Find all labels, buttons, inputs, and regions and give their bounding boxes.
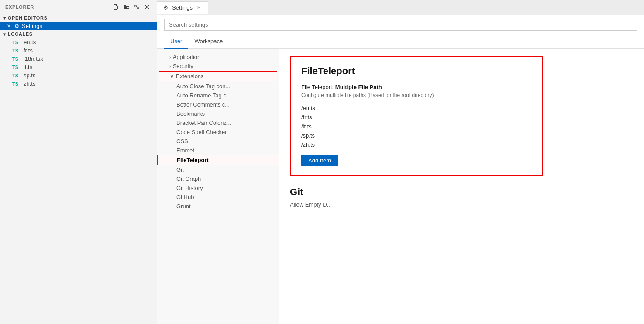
- close-icon[interactable]: ✕: [7, 23, 11, 29]
- nav-label: FileTeleport: [177, 157, 209, 163]
- tab-bar: ⚙ Settings ✕: [157, 0, 644, 15]
- nav-label: GitHub: [176, 194, 194, 200]
- nav-label: Git: [176, 166, 184, 173]
- collapse-all-icon[interactable]: [132, 3, 141, 11]
- settings-tab-icon: ⚙: [163, 4, 169, 11]
- ts-badge: TS: [12, 56, 21, 62]
- nav-label: Auto Close Tag con...: [176, 83, 230, 90]
- path-item-1: /fr.ts: [301, 113, 532, 122]
- nav-item-fileteleport[interactable]: FileTeleport: [157, 155, 279, 165]
- open-editors-section[interactable]: ▾ OPEN EDITORS: [0, 14, 157, 22]
- settings-content: User Workspace › Application › Security: [157, 15, 644, 324]
- path-item-4: /zh.ts: [301, 140, 532, 149]
- fileteleport-box: FileTeleport File Teleport: Multiple Fil…: [290, 56, 543, 176]
- settings-tab-close[interactable]: ✕: [196, 4, 202, 11]
- nav-item-bracket-pair[interactable]: Bracket Pair Coloriz...: [157, 118, 279, 128]
- chevron-right-icon: ›: [169, 55, 171, 60]
- nav-label: Auto Rename Tag c...: [176, 92, 231, 99]
- tab-user-label: User: [170, 38, 182, 45]
- path-list: /en.ts /fr.ts /it.ts /sp.ts /zh.ts: [301, 103, 532, 149]
- settings-tab[interactable]: ⚙ Settings ✕: [157, 1, 208, 14]
- file-item-en[interactable]: TS en.ts: [0, 38, 157, 46]
- nav-item-git-history[interactable]: Git History: [157, 183, 279, 193]
- fileteleport-setting-label: File Teleport: Multiple File Path: [301, 84, 532, 90]
- sidebar-header: EXPLORER: [0, 0, 157, 14]
- settings-tab-label: Settings: [172, 4, 193, 11]
- git-setting-label: Allow Empty D...: [290, 201, 634, 208]
- nav-item-code-spell[interactable]: Code Spell Checker: [157, 128, 279, 137]
- nav-item-css[interactable]: CSS: [157, 137, 279, 146]
- file-item-zh[interactable]: TS zh.ts: [0, 79, 157, 88]
- nav-item-github[interactable]: GitHub: [157, 193, 279, 202]
- file-name: fr.ts: [24, 47, 33, 54]
- tab-workspace-label: Workspace: [194, 38, 223, 45]
- chevron-down-icon: ∨: [170, 73, 174, 79]
- git-section: Git Allow Empty D...: [290, 186, 634, 208]
- settings-body: › Application › Security ∨ Extensions Au…: [157, 49, 644, 324]
- sidebar: EXPLORER ▾ OPEN EDITORS ✕ ⚙ Settings ▾ L…: [0, 0, 157, 324]
- ts-badge: TS: [12, 73, 21, 78]
- nav-item-git[interactable]: Git: [157, 165, 279, 174]
- file-item-sp[interactable]: TS sp.ts: [0, 71, 157, 79]
- nav-label: Better Comments c...: [176, 101, 230, 108]
- ts-badge: TS: [12, 65, 21, 70]
- nav-label: Git History: [176, 185, 203, 191]
- nav-item-git-graph[interactable]: Git Graph: [157, 174, 279, 183]
- nav-label: Grunt: [176, 203, 191, 210]
- tab-workspace[interactable]: Workspace: [188, 34, 229, 49]
- tab-user[interactable]: User: [164, 34, 188, 49]
- nav-label: CSS: [176, 138, 188, 145]
- nav-label: Security: [173, 63, 193, 69]
- fileteleport-title: FileTeleport: [301, 65, 532, 77]
- file-item-i18n[interactable]: TS i18n.tsx: [0, 55, 157, 63]
- path-item-3: /sp.ts: [301, 131, 532, 140]
- settings-tabs: User Workspace: [157, 34, 644, 49]
- locales-file-list: TS en.ts TS fr.ts TS i18n.tsx TS it.ts T…: [0, 38, 157, 88]
- nav-item-extensions[interactable]: ∨ Extensions: [159, 71, 277, 81]
- nav-item-security[interactable]: › Security: [157, 62, 279, 71]
- fileteleport-description: Configure multiple file paths (Based on …: [301, 92, 532, 98]
- nav-label: Bracket Pair Coloriz...: [176, 120, 231, 126]
- close-all-icon[interactable]: [143, 3, 152, 11]
- new-folder-icon[interactable]: [122, 3, 131, 11]
- file-name: zh.ts: [24, 80, 35, 87]
- nav-item-application[interactable]: › Application: [157, 52, 279, 62]
- nav-item-auto-rename-tag[interactable]: Auto Rename Tag c...: [157, 91, 279, 100]
- nav-label: Extensions: [176, 73, 204, 79]
- file-name: sp.ts: [24, 72, 35, 79]
- explorer-title: EXPLORER: [5, 4, 34, 10]
- path-item-2: /it.ts: [301, 122, 532, 131]
- setting-label-text: File Teleport:: [301, 84, 335, 90]
- git-section-title: Git: [290, 186, 543, 198]
- nav-label: Application: [173, 54, 201, 60]
- nav-item-better-comments[interactable]: Better Comments c...: [157, 100, 279, 109]
- nav-item-emmet[interactable]: Emmet: [157, 146, 279, 155]
- search-input[interactable]: [164, 19, 637, 31]
- file-item-it[interactable]: TS it.ts: [0, 63, 157, 71]
- open-editors-settings-label: Settings: [22, 23, 42, 29]
- ts-badge: TS: [12, 81, 21, 86]
- settings-nav: › Application › Security ∨ Extensions Au…: [157, 49, 279, 324]
- nav-item-auto-close-tag[interactable]: Auto Close Tag con...: [157, 82, 279, 91]
- search-bar: [157, 15, 644, 34]
- locales-section[interactable]: ▾ LOCALES: [0, 30, 157, 38]
- nav-item-grunt[interactable]: Grunt: [157, 202, 279, 211]
- file-name: i18n.tsx: [24, 55, 43, 62]
- settings-panel: FileTeleport File Teleport: Multiple Fil…: [279, 49, 644, 324]
- add-item-button[interactable]: Add Item: [301, 155, 338, 166]
- nav-label: Code Spell Checker: [176, 129, 227, 135]
- file-name: it.ts: [24, 64, 32, 70]
- chevron-right-icon: ›: [169, 64, 171, 69]
- sidebar-header-icons: [111, 3, 152, 11]
- locales-chevron: ▾: [3, 32, 6, 37]
- ts-badge: TS: [12, 48, 21, 53]
- locales-label: LOCALES: [8, 31, 33, 37]
- open-editors-settings-item[interactable]: ✕ ⚙ Settings: [0, 22, 157, 30]
- ts-badge: TS: [12, 40, 21, 45]
- setting-bold-text: Multiple File Path: [335, 84, 382, 90]
- new-file-icon[interactable]: [111, 3, 120, 11]
- nav-item-bookmarks[interactable]: Bookmarks: [157, 109, 279, 118]
- file-item-fr[interactable]: TS fr.ts: [0, 46, 157, 55]
- open-editors-chevron: ▾: [3, 16, 6, 21]
- path-item-0: /en.ts: [301, 103, 532, 113]
